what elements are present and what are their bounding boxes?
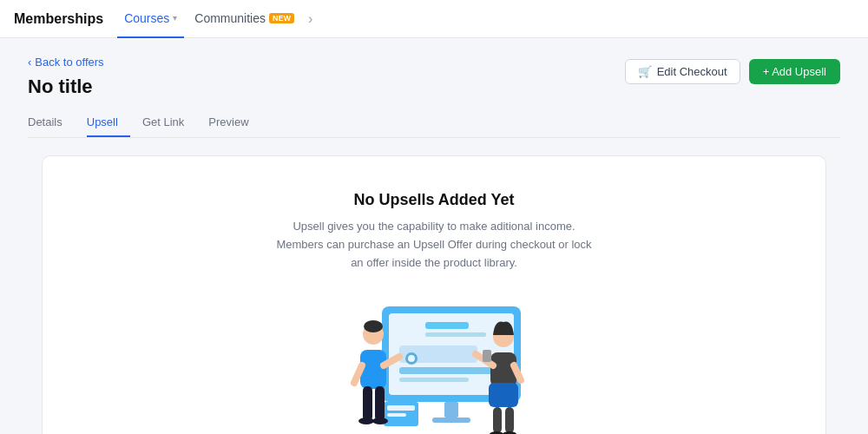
svg-rect-11 <box>387 413 406 417</box>
nav-courses-label: Courses <box>124 11 169 25</box>
tab-upsell[interactable]: Upsell <box>87 108 130 137</box>
add-upsell-label: + Add Upsell <box>763 65 826 78</box>
svg-point-13 <box>408 355 415 362</box>
content-area: ‹ Back to offers No title 🛒 Edit Checkou… <box>0 38 868 434</box>
svg-rect-27 <box>483 350 491 362</box>
back-link[interactable]: ‹ Back to offers <box>28 56 104 69</box>
back-link-label: Back to offers <box>35 56 103 69</box>
nav-more-button[interactable]: › <box>305 8 316 30</box>
tab-details[interactable]: Details <box>28 108 75 137</box>
cart-icon: 🛒 <box>638 65 652 78</box>
svg-rect-20 <box>375 386 385 421</box>
sub-tabs: Details Upsell Get Link Preview <box>28 108 840 138</box>
upsell-illustration <box>312 289 556 434</box>
page-header-left: ‹ Back to offers No title <box>28 56 104 108</box>
empty-state-title: No Upsells Added Yet <box>353 191 514 209</box>
svg-rect-7 <box>444 402 458 418</box>
svg-rect-30 <box>505 407 514 433</box>
svg-point-15 <box>364 320 383 332</box>
svg-rect-16 <box>360 350 386 389</box>
page-header-actions: 🛒 Edit Checkout + Add Upsell <box>625 56 840 84</box>
svg-rect-6 <box>399 378 469 382</box>
chevron-left-icon: ‹ <box>28 56 31 69</box>
svg-rect-3 <box>425 332 486 337</box>
svg-rect-19 <box>363 386 372 421</box>
svg-rect-29 <box>493 407 502 433</box>
tab-preview[interactable]: Preview <box>208 108 260 137</box>
tab-get-link[interactable]: Get Link <box>142 108 196 137</box>
empty-state-description: Upsell gives you the capability to make … <box>269 218 599 272</box>
empty-state-card: No Upsells Added Yet Upsell gives you th… <box>42 155 826 434</box>
page-header-row: ‹ Back to offers No title 🛒 Edit Checkou… <box>28 56 840 108</box>
top-nav: Memberships Courses ▾ Communities New › <box>0 0 868 38</box>
nav-communities-label: Communities <box>194 11 266 25</box>
svg-rect-25 <box>489 383 518 407</box>
new-badge: New <box>269 13 294 23</box>
brand-logo: Memberships <box>14 11 103 27</box>
svg-rect-5 <box>399 367 495 374</box>
svg-rect-10 <box>387 405 415 411</box>
add-upsell-button[interactable]: + Add Upsell <box>749 59 840 84</box>
edit-checkout-label: Edit Checkout <box>657 65 727 78</box>
svg-point-22 <box>372 418 388 424</box>
nav-item-communities[interactable]: Communities New <box>187 0 301 38</box>
svg-point-21 <box>358 418 374 424</box>
svg-rect-2 <box>425 322 469 329</box>
svg-rect-8 <box>432 418 470 423</box>
chevron-down-icon: ▾ <box>173 13 177 23</box>
nav-item-courses[interactable]: Courses ▾ <box>117 0 184 38</box>
edit-checkout-button[interactable]: 🛒 Edit Checkout <box>625 59 740 84</box>
page-title: No title <box>28 76 104 98</box>
